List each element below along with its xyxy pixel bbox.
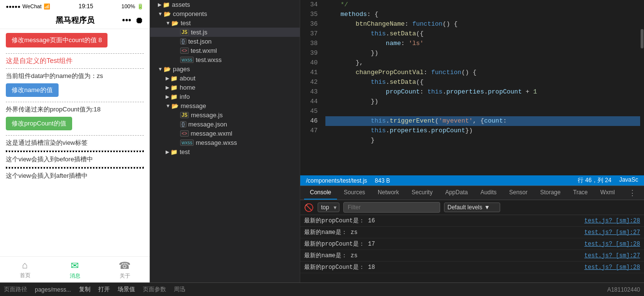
wxss-file-icon: wxss <box>180 57 194 63</box>
carrier-label: WeChat <box>22 3 42 9</box>
more-icon[interactable]: ••• <box>122 16 131 26</box>
tab-network[interactable]: Network <box>372 186 405 200</box>
devtools-menu-icon[interactable]: ⋮ <box>625 187 640 200</box>
code-line-40: }, <box>325 58 640 68</box>
console-row: 最新的name是： zs test.js? [sm]:27 <box>300 227 644 238</box>
console-link[interactable]: test.js? [sm]:28 <box>584 264 640 271</box>
tree-item-message-wxss[interactable]: wxss message.wxss <box>150 138 300 147</box>
default-levels-btn[interactable]: Default levels ▼ <box>444 203 500 212</box>
line-num-45: 45 <box>304 107 318 116</box>
tree-item-pages[interactable]: 📂 pages <box>150 64 300 74</box>
copy-btn[interactable]: 复制 <box>79 285 91 294</box>
folder-icon: 📁 <box>170 149 178 156</box>
tree-item-name: message.json <box>188 121 227 128</box>
nav-about[interactable]: ☎ 关于 <box>100 257 150 282</box>
context-select[interactable]: top <box>318 203 339 212</box>
phone-simulator: ●●●●● WeChat 📶 19:15 100% 🔋 黑马程序员 ••• ⏺ … <box>0 0 150 282</box>
tree-item-home[interactable]: 📁 home <box>150 83 300 92</box>
scrollbar-thumb <box>641 29 644 48</box>
vertical-scrollbar[interactable] <box>640 0 644 175</box>
tree-item-components[interactable]: 📂 components <box>150 9 300 18</box>
console-row: 最新的propCount是： 18 test.js? [sm]:28 <box>300 262 644 273</box>
console-output: 最新的propCount是： 16 test.js? [sm]:28 最新的na… <box>300 215 644 282</box>
divider-2 <box>6 68 144 69</box>
tree-item-message[interactable]: 📂 message <box>150 101 300 110</box>
tab-storage[interactable]: Storage <box>535 186 567 200</box>
tab-appdata[interactable]: AppData <box>439 186 474 200</box>
tree-item-name: test <box>181 19 191 27</box>
tree-item-message-js[interactable]: JS message.js <box>150 110 300 120</box>
scene-btn[interactable]: 场景值 <box>118 285 135 294</box>
line-num-42: 42 <box>304 78 318 87</box>
tab-trace[interactable]: Trace <box>567 186 594 200</box>
battery-pct: 100% <box>122 3 135 9</box>
chevron-icon <box>166 149 169 155</box>
code-area: 34 35 36 37 38 39 40 41 42 43 44 45 46 4… <box>300 0 644 175</box>
nav-home[interactable]: ⌂ 首页 <box>0 257 50 282</box>
modify-name-btn[interactable]: 修改name的值 <box>6 83 59 97</box>
filter-input[interactable] <box>343 202 440 213</box>
page-path-label: 页面路径 <box>4 285 27 294</box>
code-line-46: this.triggerEvent('myevent', {count: <box>325 116 640 126</box>
tab-audits[interactable]: Audits <box>475 186 502 200</box>
tree-item-test-json[interactable]: {} test.json <box>150 37 300 46</box>
tab-console[interactable]: Console <box>304 186 337 200</box>
tree-item-message-wxml[interactable]: <> message.wxml <box>150 129 300 138</box>
folder-icon: 📂 <box>164 66 171 73</box>
status-left: /components/test/test.js 843 B <box>306 177 390 184</box>
after-slot: 这个view会插入到after插槽中 <box>6 171 144 180</box>
tree-item-name: test.json <box>188 38 212 45</box>
code-line-34: */ <box>325 0 640 10</box>
console-text: 最新的propCount是： 16 <box>304 217 375 225</box>
tree-item-info[interactable]: 📁 info <box>150 92 300 101</box>
folder-icon: 📂 <box>164 11 171 17</box>
tree-item-test-pages[interactable]: 📁 test <box>150 147 300 156</box>
tree-item-assets[interactable]: 📁 assets <box>150 0 300 9</box>
line-num-37: 37 <box>304 29 318 39</box>
open-btn[interactable]: 打开 <box>98 285 110 294</box>
tree-item-test-js[interactable]: JS test.js <box>150 28 300 37</box>
file-size: 843 B <box>375 177 390 184</box>
code-line-39: }) <box>325 48 640 58</box>
tree-item-test-comp[interactable]: 📂 test <box>150 18 300 28</box>
console-link[interactable]: test.js? [sm]:27 <box>584 229 640 236</box>
tab-wxml[interactable]: Wxml <box>595 186 621 200</box>
console-link[interactable]: test.js? [sm]:28 <box>584 241 640 248</box>
clear-console-btn[interactable]: 🚫 <box>304 203 314 212</box>
js-file-icon: JS <box>180 112 189 118</box>
tree-item-name: test <box>180 148 190 156</box>
tab-sources[interactable]: Sources <box>338 186 371 200</box>
record-icon[interactable]: ⏺ <box>135 16 144 26</box>
console-text: 最新的propCount是： 17 <box>304 240 375 248</box>
nav-home-label: 首页 <box>20 272 31 279</box>
console-row: 最新的name是： zs test.js? [sm]:27 <box>300 250 644 262</box>
file-tree-panel: 📁 assets 📂 components 📂 test JS test.js … <box>150 0 300 282</box>
tab-sensor[interactable]: Sensor <box>504 186 534 200</box>
wifi-icon: 📶 <box>44 3 50 10</box>
console-link[interactable]: test.js? [sm]:27 <box>584 252 640 259</box>
nav-message-label: 消息 <box>70 272 80 280</box>
modify-prop-btn[interactable]: 修改propCount的值 <box>6 117 72 130</box>
folder-icon: 📁 <box>170 75 178 82</box>
brand-label: A181102440 <box>607 286 640 293</box>
tree-item-test-wxss[interactable]: wxss test.wxss <box>150 55 300 64</box>
code-line-47: } <box>325 136 640 145</box>
nav-message[interactable]: ✉ 消息 <box>50 257 100 282</box>
code-content[interactable]: */ methods: { btnChangeName: function() … <box>323 0 640 175</box>
modify-message-btn[interactable]: 修改message页面中count的值 8 <box>6 33 107 47</box>
tab-security[interactable]: Security <box>406 186 438 200</box>
page-params-label: 页面参数 <box>143 285 166 294</box>
line-num-46: 46 <box>304 116 318 126</box>
tree-item-message-json[interactable]: {} message.json <box>150 120 300 129</box>
tree-item-name: message <box>181 102 206 109</box>
top-select-wrapper: top ▼ <box>318 203 339 212</box>
console-link[interactable]: test.js? [sm]:28 <box>584 218 640 224</box>
tree-item-about[interactable]: 📁 about <box>150 74 300 83</box>
slot-label: 这是通过插槽渲染的view标签 <box>6 139 144 147</box>
tree-item-test-wxml[interactable]: <> test.wxml <box>150 46 300 55</box>
divider-5 <box>6 150 144 152</box>
console-text: 最新的name是： zs <box>304 251 357 260</box>
line-num-35: 35 <box>304 10 318 19</box>
folder-icon: 📁 <box>170 93 178 100</box>
wxml-file-icon: <> <box>180 47 189 54</box>
